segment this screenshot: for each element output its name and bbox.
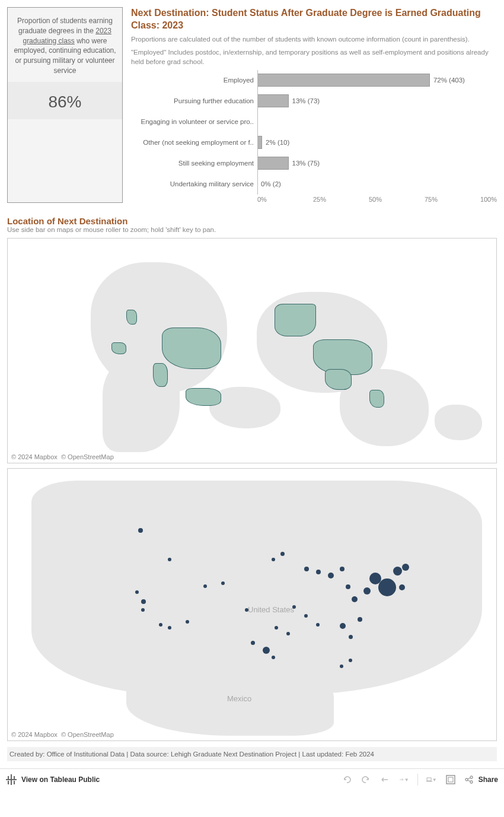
fullscreen-icon[interactable]	[445, 774, 456, 785]
cat-label: Employed	[131, 70, 257, 91]
bar-label: 0% (2)	[261, 180, 281, 187]
country-india[interactable]	[153, 363, 168, 387]
stat-box: Proportion of students earning graduate …	[7, 7, 123, 203]
country-china[interactable]	[162, 328, 221, 369]
refresh-icon[interactable]: ▼	[398, 774, 409, 785]
country-morocco[interactable]	[111, 342, 126, 354]
location-subtitle: Use side bar on maps or mouse roller to …	[7, 226, 497, 233]
view-label: View on Tableau Public	[21, 775, 100, 784]
chart-subtitle-2: "Employed" Includes postdoc, in/externsh…	[131, 47, 497, 66]
usa-label: United States	[248, 605, 294, 614]
svg-rect-0	[427, 778, 431, 781]
chart-categories: Employed Pursuing further education Enga…	[131, 70, 257, 203]
bar-label: 13% (73)	[292, 97, 320, 104]
country-indonesia[interactable]	[186, 388, 221, 406]
x-axis: 0% 25% 50% 75% 100%	[257, 196, 497, 203]
cat-label: Pursuing further education	[131, 91, 257, 112]
chart-bars: 72% (403) 13% (73) 2% (10) 13% (75) 0% (…	[257, 70, 497, 203]
cat-label: Other (not seeking employment or f..	[131, 132, 257, 153]
cat-label: Undertaking military service	[131, 174, 257, 195]
chart-subtitle: Proportions are calculated out of the nu…	[131, 34, 497, 44]
cat-label: Still seeking employment	[131, 153, 257, 174]
share-icon	[464, 775, 474, 784]
redo-icon[interactable]	[361, 774, 371, 785]
country-colombia[interactable]	[369, 390, 384, 408]
svg-point-5	[470, 781, 473, 783]
location-title: Location of Next Destination	[7, 216, 497, 226]
undo-icon[interactable]	[342, 774, 352, 785]
svg-point-4	[470, 776, 473, 778]
cat-label: Engaging in volunteer or service pro..	[131, 112, 257, 132]
y-axis-line	[257, 70, 258, 195]
mex-label: Mexico	[227, 694, 251, 703]
share-button[interactable]: Share	[464, 775, 498, 784]
svg-rect-2	[448, 777, 453, 782]
bar-label: 13% (75)	[292, 160, 320, 167]
revert-icon[interactable]	[379, 774, 390, 785]
bar-label: 2% (10)	[266, 139, 289, 146]
svg-point-3	[465, 778, 468, 781]
device-icon[interactable]: ▼	[426, 774, 437, 785]
map-attribution-2: © 2024 Mapbox © OpenStreetMap	[11, 731, 114, 738]
share-label: Share	[479, 775, 498, 784]
country-mexico[interactable]	[325, 369, 352, 390]
tableau-logo-icon	[6, 774, 17, 785]
stat-value: 86%	[8, 82, 122, 119]
world-map[interactable]: © 2024 Mapbox © OpenStreetMap	[7, 238, 497, 463]
bar-label: 72% (403)	[433, 77, 465, 84]
usa-map[interactable]: United States Mexico	[7, 468, 497, 741]
chart-title: Next Destination: Student Status After G…	[131, 7, 497, 32]
bar-chart[interactable]: Employed Pursuing further education Enga…	[131, 70, 497, 203]
country-alaska[interactable]	[275, 304, 316, 336]
toolbar-divider	[417, 774, 418, 786]
tableau-toolbar: View on Tableau Public ▼ ▼ Share	[0, 768, 504, 791]
map-attribution: © 2024 Mapbox © OpenStreetMap	[11, 453, 114, 460]
view-on-tableau-button[interactable]: View on Tableau Public	[6, 774, 100, 785]
country-uk[interactable]	[126, 310, 137, 325]
footer-note: Created by: Office of Institutional Data…	[7, 747, 497, 761]
svg-rect-1	[446, 775, 455, 784]
